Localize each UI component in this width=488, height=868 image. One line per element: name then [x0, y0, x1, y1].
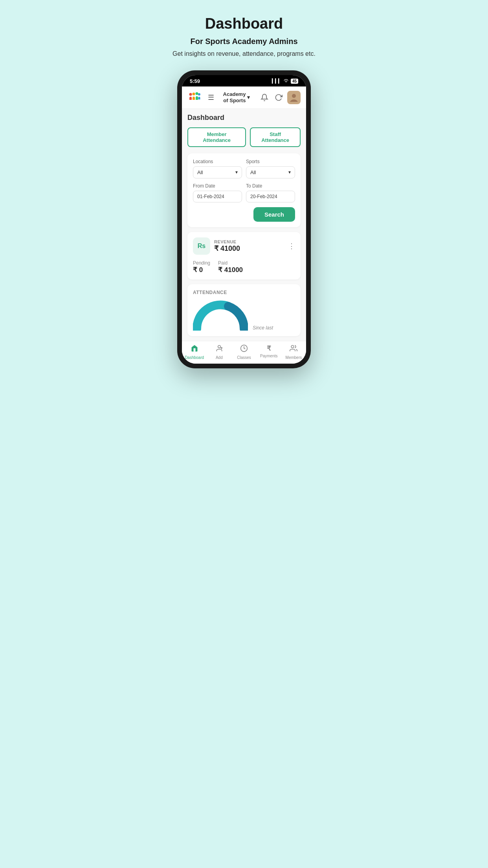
- avatar[interactable]: [287, 91, 301, 104]
- bottom-nav-add[interactable]: Add: [207, 344, 231, 360]
- bottom-nav-dashboard[interactable]: Dashboard: [182, 344, 207, 360]
- svg-point-3: [198, 93, 200, 96]
- payments-nav-label: Payments: [260, 354, 277, 358]
- bottom-nav-members[interactable]: Members: [281, 344, 306, 360]
- members-nav-icon: [290, 344, 297, 354]
- locations-chevron: ▾: [235, 169, 238, 175]
- phone-inner: 5:59 ▎▎▎ 45: [182, 75, 306, 364]
- locations-select[interactable]: All ▾: [193, 166, 242, 178]
- to-date-group: To Date 20-Feb-2024: [246, 183, 295, 202]
- revenue-icon-wrap: Rs REVENUE ₹ 41000: [193, 237, 240, 255]
- sports-value: All: [250, 169, 256, 175]
- svg-point-1: [193, 92, 195, 95]
- to-date-label: To Date: [246, 183, 295, 189]
- filter-card: Locations All ▾ Sports All ▾: [187, 153, 301, 227]
- svg-point-2: [196, 92, 198, 95]
- app-logo: [187, 90, 202, 105]
- svg-point-6: [218, 345, 220, 348]
- promo-title: Dashboard: [171, 16, 317, 32]
- svg-point-0: [189, 93, 192, 96]
- classes-nav-icon: [240, 344, 248, 354]
- sports-select[interactable]: All ▾: [246, 166, 295, 178]
- promo-subtitle: For Sports Academy Admins: [171, 37, 317, 46]
- revenue-stats-row: Pending ₹ 0 Paid ₹ 41000: [193, 260, 295, 274]
- paid-value: ₹ 41000: [218, 266, 243, 274]
- notification-icon[interactable]: [259, 92, 270, 103]
- bottom-nav: Dashboard Add: [182, 341, 306, 364]
- hamburger-icon[interactable]: ☰: [208, 93, 214, 102]
- paid-label: Paid: [218, 260, 243, 266]
- revenue-more-icon[interactable]: ⋮: [288, 242, 295, 250]
- add-nav-icon: [215, 344, 223, 354]
- status-time: 5:59: [190, 78, 200, 84]
- academy-name-line1: Academy: [223, 91, 246, 97]
- bottom-nav-classes[interactable]: Classes: [231, 344, 256, 360]
- locations-label: Locations: [193, 159, 242, 164]
- refresh-icon[interactable]: [273, 92, 284, 103]
- sports-label: Sports: [246, 159, 295, 164]
- from-date-input[interactable]: 01-Feb-2024: [193, 191, 242, 202]
- revenue-card: Rs REVENUE ₹ 41000 ⋮ Pending: [187, 232, 301, 280]
- payments-nav-icon: ₹: [267, 344, 271, 353]
- sports-filter: Sports All ▾: [246, 159, 295, 178]
- academy-selector[interactable]: Academy of Sports ▾: [223, 91, 250, 103]
- pending-value: ₹ 0: [193, 266, 210, 274]
- revenue-header: Rs REVENUE ₹ 41000 ⋮: [193, 237, 295, 255]
- date-row: From Date 01-Feb-2024 To Date 20-Feb-202…: [193, 183, 295, 202]
- from-date-group: From Date 01-Feb-2024: [193, 183, 242, 202]
- revenue-amount: ₹ 41000: [214, 244, 240, 253]
- add-nav-label: Add: [216, 355, 223, 360]
- promo-description: Get insights on revenue, attendance, pro…: [171, 49, 317, 59]
- wifi-icon: [283, 78, 289, 84]
- academy-dropdown-icon: ▾: [247, 94, 250, 100]
- locations-filter: Locations All ▾: [193, 159, 242, 178]
- signal-icon: ▎▎▎: [272, 79, 281, 84]
- dashboard-body: Dashboard Member Attendance Staff Attend…: [182, 109, 306, 341]
- promo-header: Dashboard For Sports Academy Admins Get …: [163, 8, 325, 70]
- members-nav-label: Members: [286, 355, 302, 360]
- to-date-input[interactable]: 20-Feb-2024: [246, 191, 295, 202]
- page-wrapper: Dashboard For Sports Academy Admins Get …: [163, 8, 325, 368]
- nav-right-icons: [259, 91, 301, 104]
- svg-point-10: [292, 345, 294, 348]
- search-button[interactable]: Search: [253, 207, 295, 222]
- attendance-card: ATTENDANCE: [187, 284, 301, 336]
- academy-name-line2: of Sports: [223, 97, 246, 104]
- status-icons: ▎▎▎ 45: [272, 78, 298, 84]
- sports-chevron: ▾: [288, 169, 291, 175]
- app-content: ☰ Academy of Sports ▾: [182, 86, 306, 364]
- revenue-label: REVENUE: [214, 239, 240, 244]
- nav-logo: ☰: [187, 90, 214, 105]
- revenue-info: REVENUE ₹ 41000: [214, 239, 240, 253]
- battery-icon: 45: [291, 79, 298, 84]
- from-date-label: From Date: [193, 183, 242, 189]
- attendance-chart-area: Since last: [193, 299, 295, 331]
- filter-row-1: Locations All ▾ Sports All ▾: [193, 159, 295, 178]
- paid-stat: Paid ₹ 41000: [218, 260, 243, 274]
- classes-nav-label: Classes: [237, 355, 251, 360]
- rs-badge: Rs: [193, 237, 210, 255]
- attendance-label: ATTENDANCE: [193, 290, 295, 295]
- pending-stat: Pending ₹ 0: [193, 260, 210, 274]
- pending-label: Pending: [193, 260, 210, 266]
- staff-attendance-tab[interactable]: Staff Attendance: [250, 127, 301, 147]
- dashboard-nav-icon: [191, 344, 198, 354]
- bottom-nav-payments[interactable]: ₹ Payments: [257, 344, 281, 360]
- status-bar: 5:59 ▎▎▎ 45: [182, 75, 306, 86]
- dashboard-title: Dashboard: [187, 114, 301, 122]
- dashboard-nav-label: Dashboard: [185, 355, 204, 360]
- attendance-toggle: Member Attendance Staff Attendance: [187, 127, 301, 147]
- phone-shell: 5:59 ▎▎▎ 45: [177, 70, 311, 368]
- search-row: Search: [193, 207, 295, 222]
- app-nav: ☰ Academy of Sports ▾: [182, 86, 306, 109]
- member-attendance-tab[interactable]: Member Attendance: [187, 127, 246, 147]
- locations-value: All: [197, 169, 203, 175]
- svg-point-5: [292, 94, 296, 98]
- attendance-donut-chart: [193, 299, 248, 331]
- since-last-label: Since last: [253, 325, 273, 331]
